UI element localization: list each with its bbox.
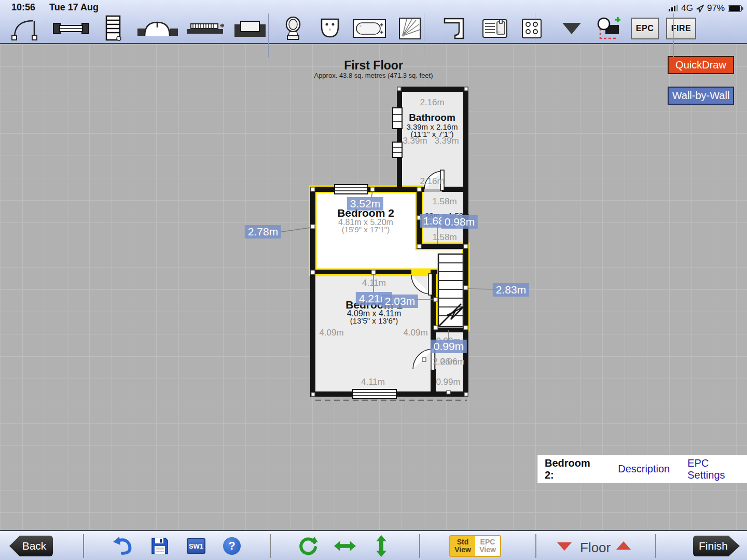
status-date: Tue 17 Aug [49,2,99,13]
svg-text:❋: ❋ [220,23,224,29]
stairs-symbol [438,254,463,327]
dim-label: 4.09m [403,328,427,338]
std-view-line2: View [454,546,471,554]
kitchen-sink-icon[interactable] [476,19,514,38]
window-icon[interactable] [50,21,92,36]
std-view-line1: Std [457,538,469,546]
symbol-toolbar: ❋ [0,13,747,43]
stairs-icon[interactable] [92,15,134,42]
toilet-icon[interactable] [311,18,349,39]
battery-label: 97% [707,3,725,13]
dim-label: 2.06m [440,357,464,367]
room-info-panel: Bedroom 2: Description EPC Settings [537,455,747,483]
dim-label: 3.39m [403,136,427,146]
bedroom2-imperial: (15'9" x 17'1") [342,225,390,234]
network-label: 4G [681,3,693,13]
bottom-bar: Back SW1 ? Std View EPC View [0,530,747,560]
hob-icon[interactable] [514,18,550,39]
door-icon[interactable] [0,17,50,40]
epc-settings-link[interactable]: EPC Settings [687,457,747,481]
dim-label: 0.99m [436,377,460,387]
recess-icon[interactable] [229,19,271,38]
std-view-option[interactable]: Std View [450,536,475,556]
epc-view-line2: View [479,546,496,554]
dropdown-icon[interactable] [553,22,590,35]
dim-label: 4.09m [319,328,343,338]
epc-button-label: EPC [631,18,659,39]
dim-label: 2.16m [420,97,444,108]
epc-view-option[interactable]: EPC View [475,536,500,556]
location-arrow-icon [696,5,704,12]
flip-vertical-icon[interactable] [370,536,392,556]
worktop-icon[interactable] [432,18,476,39]
dim-label: 4.11m [361,377,385,387]
battery-icon [728,5,742,12]
dim-label: 1.58m [432,232,457,243]
help-button[interactable]: ? [223,537,241,555]
dim-label: 3.39m [434,136,459,146]
bathroom-name: Bathroom [409,112,455,123]
measure-label[interactable]: 3.52m [347,197,383,211]
measure-label[interactable]: 2.83m [493,283,529,297]
bedroom1-imperial: (13'5" x 13'6") [350,316,398,325]
dim-label: 2.16m [420,176,444,187]
fire-button-label: FIRE [666,18,696,39]
status-time: 10:56 [11,2,35,13]
status-right: 4G 97% [669,3,742,13]
floor-up-icon[interactable] [616,541,631,550]
bath-icon[interactable] [349,19,390,38]
epc-button[interactable]: EPC [627,18,663,39]
dim-label: 4.11m [362,278,386,288]
back-button[interactable]: Back [9,536,53,556]
epc-view-line1: EPC [480,538,495,546]
flip-horizontal-icon[interactable] [334,536,356,556]
basin-icon[interactable] [275,17,311,40]
wall-by-wall-button[interactable]: Wall-by-Wall [668,87,734,105]
undo-icon[interactable] [112,536,133,556]
measure-label[interactable]: 2.78m [245,225,281,239]
floor-down-icon[interactable] [557,542,572,551]
double-door-icon[interactable] [134,17,182,40]
dim-label: 1.58m [432,197,457,207]
top-bar: 10:56 Tue 17 Aug 4G 97% [0,0,747,44]
rotate-icon[interactable] [297,536,319,556]
shape-tool-icon[interactable] [590,16,627,41]
measure-label[interactable]: 0.99m [431,340,467,353]
view-toggle[interactable]: Std View EPC View [449,535,501,557]
radiator-icon[interactable]: ❋ [182,22,229,35]
floor-label: Floor [580,540,611,556]
plan-title: First Floor [344,59,403,73]
floorplanner-app: 10:56 Tue 17 Aug 4G 97% [0,0,747,560]
sw1-button[interactable]: SW1 [187,538,205,554]
description-link[interactable]: Description [618,463,670,475]
save-icon[interactable] [149,536,171,556]
measure-label[interactable]: 0.98m [441,215,478,229]
signal-icon [669,5,678,11]
fire-button[interactable]: FIRE [663,18,699,39]
finish-button[interactable]: Finish [693,536,740,556]
info-room-label: Bedroom 2: [545,457,600,481]
measure-label[interactable]: 2.03m [382,295,418,308]
quickdraw-button[interactable]: QuickDraw [668,56,734,74]
